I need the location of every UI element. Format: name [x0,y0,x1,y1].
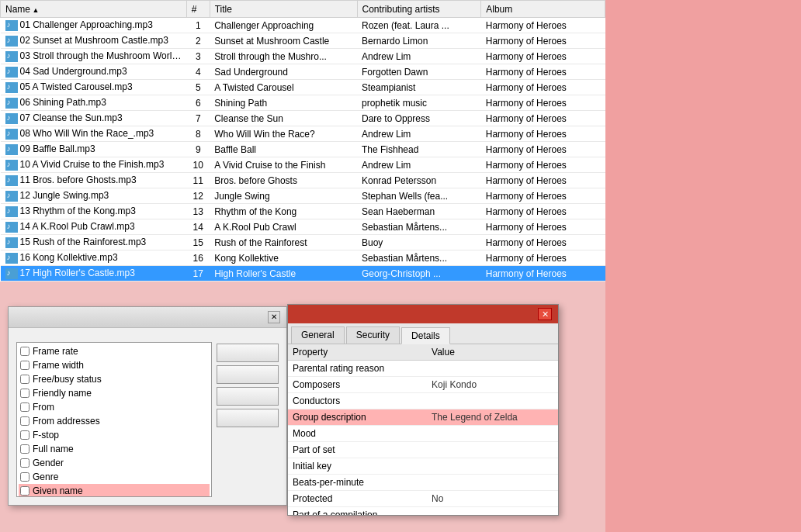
detail-label: Gender [33,458,64,468]
detail-checkbox[interactable] [20,430,29,440]
file-artists-cell: Sean Haeberman [357,204,481,219]
file-num-cell: 12 [186,188,210,204]
detail-checkbox[interactable] [20,347,29,356]
audio-file-icon [5,98,18,109]
detail-checkbox[interactable] [20,486,29,496]
col-header-album[interactable]: Album [481,1,605,18]
table-row[interactable]: 04 Sad Underground.mp34Sad UndergroundFo… [1,64,605,80]
checkbox-item[interactable]: Gender [19,456,210,470]
table-row[interactable]: 01 Challenger Approaching.mp31Challenger… [1,18,605,33]
table-row[interactable]: 08 Who Will Win the Race_.mp38Who Will W… [1,126,605,142]
checkbox-item[interactable]: Free/busy status [19,372,210,386]
file-album-cell: Harmony of Heroes [481,95,605,111]
checkbox-item[interactable]: From [19,400,210,414]
table-row[interactable]: 03 Stroll through the Mushroom World.mp3… [1,49,605,64]
move-down-button[interactable] [217,365,279,384]
table-row[interactable]: 10 A Vivid Cruise to the Finish.mp310A V… [1,157,605,173]
file-num-cell: 3 [186,49,210,64]
table-row[interactable]: 06 Shining Path.mp36Shining Pathpropheti… [1,95,605,111]
props-row: Conductors [288,393,558,409]
audio-file-icon [5,36,18,47]
props-row: ComposersKoji Kondo [288,377,558,393]
choose-details-close-button[interactable]: ✕ [268,311,280,323]
table-row[interactable]: 05 A Twisted Carousel.mp35A Twisted Caro… [1,80,605,95]
detail-checkbox[interactable] [20,444,29,454]
detail-checkbox[interactable] [20,416,29,426]
props-row: Initial key [288,458,558,475]
table-row[interactable]: 11 Bros. before Ghosts.mp311Bros. before… [1,173,605,188]
detail-checkbox[interactable] [20,361,29,370]
file-album-cell: Harmony of Heroes [481,173,605,188]
detail-checkbox[interactable] [20,389,29,398]
tab-details[interactable]: Details [401,327,450,344]
audio-file-icon [5,175,18,186]
file-title-cell: A Vivid Cruise to the Finish [210,157,357,173]
details-checkbox-list[interactable]: Frame rateFrame widthFree/busy statusFri… [16,342,212,497]
col-header-artists[interactable]: Contributing artists [357,1,481,18]
props-value-cell: Koji Kondo [427,377,558,393]
tab-general[interactable]: General [291,326,345,344]
file-name-cell: 11 Bros. before Ghosts.mp3 [1,173,187,188]
file-name-cell: 06 Shining Path.mp3 [1,95,187,111]
file-album-cell: Harmony of Heroes [481,204,605,219]
file-num-cell: 7 [186,111,210,126]
table-row[interactable]: 12 Jungle Swing.mp312Jungle SwingStephan… [1,188,605,204]
file-name-cell: 10 A Vivid Cruise to the Finish.mp3 [1,157,187,173]
table-row[interactable]: 15 Rush of the Rainforest.mp315Rush of t… [1,235,605,250]
file-name-cell: 08 Who Will Win the Race_.mp3 [1,126,187,142]
detail-checkbox[interactable] [20,472,29,482]
audio-file-icon [5,144,18,155]
choose-details-titlebar: ✕ [9,307,286,328]
table-row[interactable]: 09 Baffle Ball.mp39Baffle BallThe Fishhe… [1,142,605,157]
checkbox-item[interactable]: Frame rate [19,344,210,358]
props-value-cell [427,442,558,458]
checkbox-item[interactable]: Frame width [19,358,210,372]
checkbox-item[interactable]: Given name [19,484,210,497]
move-up-button[interactable] [217,344,279,362]
checkbox-item[interactable]: Genre [19,470,210,484]
file-name-cell: 05 A Twisted Carousel.mp3 [1,80,187,95]
detail-label: From [33,402,54,413]
props-property-cell: Composers [288,377,427,393]
tab-security[interactable]: Security [346,326,400,344]
table-row[interactable]: 17 High Roller's Castle.mp317High Roller… [1,266,605,282]
properties-close-button[interactable]: ✕ [538,308,552,320]
detail-label: Full name [33,444,74,454]
detail-checkbox[interactable] [20,458,29,468]
file-name-cell: 07 Cleanse the Sun.mp3 [1,111,187,126]
file-name-cell: 02 Sunset at Mushroom Castle.mp3 [1,33,187,49]
file-num-cell: 10 [186,157,210,173]
file-artists-cell: Andrew Lim [357,126,481,142]
detail-label: Frame rate [33,346,78,357]
detail-checkbox[interactable] [20,375,29,384]
file-title-cell: Sad Underground [210,64,357,80]
file-num-cell: 4 [186,64,210,80]
table-row[interactable]: 07 Cleanse the Sun.mp37Cleanse the SunDa… [1,111,605,126]
audio-file-icon [5,113,18,124]
file-num-cell: 5 [186,80,210,95]
table-row[interactable]: 16 Kong Kollektive.mp316Kong KollektiveS… [1,250,605,266]
properties-tabs: GeneralSecurityDetails [288,323,558,344]
audio-file-icon [5,191,18,202]
col-header-num[interactable]: # [186,1,210,18]
checkbox-item[interactable]: Friendly name [19,386,210,400]
show-button[interactable] [217,387,279,406]
properties-scroll[interactable]: Property Value Parental rating reasonCom… [288,344,558,515]
checkbox-item[interactable]: From addresses [19,414,210,428]
file-artists-cell: Steampianist [357,80,481,95]
props-row: Mood [288,426,558,442]
checkbox-item[interactable]: F-stop [19,428,210,442]
checkbox-item[interactable]: Full name [19,442,210,456]
table-row[interactable]: 13 Rhythm of the Kong.mp313Rhythm of the… [1,204,605,219]
table-row[interactable]: 14 A K.Rool Pub Crawl.mp314A K.Rool Pub … [1,219,605,235]
table-row[interactable]: 02 Sunset at Mushroom Castle.mp32Sunset … [1,33,605,49]
file-title-cell: Bros. before Ghosts [210,173,357,188]
choose-details-dialog: ✕ Frame rateFrame widthFree/busy statusF… [8,306,287,506]
props-row: Group descriptionThe Legend of Zelda [288,409,558,426]
detail-checkbox[interactable] [20,402,29,412]
file-artists-cell: Georg-Christoph ... [357,266,481,282]
col-header-title[interactable]: Title [210,1,357,18]
col-header-name[interactable]: Name [1,1,187,18]
hide-button[interactable] [217,409,279,427]
file-title-cell: Cleanse the Sun [210,111,357,126]
